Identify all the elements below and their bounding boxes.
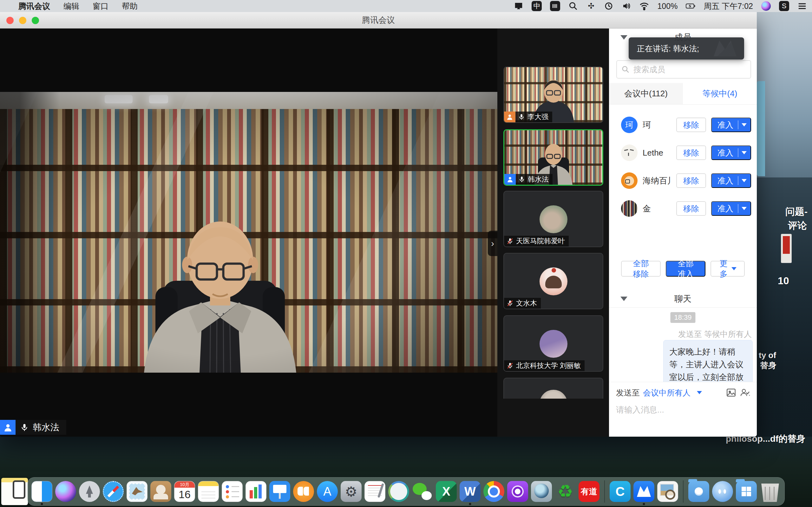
screen-mirroring-icon[interactable] <box>514 1 523 11</box>
desktop-file-label: 问题- <box>785 205 808 218</box>
dock-numbers[interactable] <box>246 481 266 502</box>
search-input[interactable] <box>633 65 741 74</box>
dock-wechat[interactable] <box>412 481 433 502</box>
dock-contacts[interactable] <box>150 481 171 502</box>
close-window-button[interactable] <box>6 17 14 24</box>
remove-button[interactable]: 移除 <box>676 173 706 188</box>
dock-books[interactable] <box>293 481 314 502</box>
dock-launchpad[interactable] <box>79 481 100 502</box>
remove-button[interactable]: 移除 <box>676 201 706 216</box>
dock-finder[interactable] <box>32 481 52 502</box>
member-name: 海纳百川 <box>643 175 671 186</box>
siri-icon[interactable] <box>761 1 771 11</box>
menu-help[interactable]: 帮助 <box>122 1 138 11</box>
video-tile-hanshuifa-active[interactable]: 韩水法 <box>503 129 603 186</box>
dock-drop-app[interactable] <box>712 481 733 502</box>
member-search[interactable] <box>616 60 751 78</box>
dock-globe-app[interactable] <box>531 481 552 502</box>
dock-appstore[interactable]: A <box>317 481 338 502</box>
menu-window[interactable]: 窗口 <box>93 1 108 11</box>
window-titlebar[interactable]: 腾讯会议 <box>0 12 757 29</box>
battery-icon[interactable] <box>686 1 695 11</box>
wifi-icon[interactable] <box>640 1 649 11</box>
admit-button[interactable]: 准入 <box>711 118 751 132</box>
dock-preview[interactable] <box>657 481 678 502</box>
send-target-dropdown-icon[interactable] <box>697 391 702 394</box>
admit-dropdown-icon[interactable] <box>742 207 747 210</box>
video-tile-hanaiye[interactable]: 天医马院韩爱叶 <box>503 191 603 247</box>
zoom-window-button[interactable] <box>32 17 39 24</box>
tab-in-meeting[interactable]: 会议中(112) <box>609 83 683 104</box>
admit-dropdown-icon[interactable] <box>742 151 747 154</box>
dock-chrome[interactable] <box>484 481 504 502</box>
dock-podcasts[interactable] <box>507 481 528 502</box>
dock-sync-app[interactable]: ♻ <box>555 481 576 502</box>
collapse-strip-button[interactable]: › <box>488 231 497 256</box>
dock-trash[interactable] <box>760 481 780 502</box>
volume-icon[interactable] <box>622 1 631 11</box>
member-permission-icon[interactable] <box>740 387 751 398</box>
admit-button[interactable]: 准入 <box>711 173 751 188</box>
dock-anyconnect[interactable] <box>388 481 409 502</box>
video-tile-wenshuimu[interactable]: 文水木 <box>503 253 603 309</box>
admit-button[interactable]: 准入 <box>711 201 751 216</box>
more-dropdown-icon <box>731 267 737 270</box>
dictation-icon[interactable] <box>550 1 560 11</box>
send-image-icon[interactable] <box>726 387 737 398</box>
chat-sent-to: 发送至 等候中所有人 <box>678 329 752 339</box>
dock-windows-folder[interactable] <box>736 481 757 502</box>
collapse-members-icon[interactable] <box>620 35 627 40</box>
bluetooth-icon[interactable]: ✣ <box>586 1 596 11</box>
admit-all-button[interactable]: 全部准入 <box>666 261 705 277</box>
notification-center-icon[interactable] <box>798 1 807 11</box>
video-thumbnail-strip: 李大强 <box>497 29 609 437</box>
remove-button[interactable]: 移除 <box>676 118 706 132</box>
dock-downloads-folder[interactable] <box>688 481 709 502</box>
menu-edit[interactable]: 编辑 <box>63 1 79 11</box>
admit-button[interactable]: 准入 <box>711 146 751 160</box>
avatar <box>621 145 638 161</box>
avatar <box>621 200 638 217</box>
dock-textedit[interactable] <box>364 481 386 502</box>
desktop-note-icon[interactable] <box>1 478 28 505</box>
video-tile-partial[interactable] <box>503 378 603 399</box>
more-button[interactable]: 更多 <box>711 261 745 277</box>
video-tile-lidaqiang[interactable]: 李大强 <box>503 66 603 123</box>
time-machine-icon[interactable] <box>604 1 613 11</box>
remove-all-button[interactable]: 全部移除 <box>621 261 661 277</box>
tile-name: 天医马院韩爱叶 <box>516 236 565 246</box>
video-tile-liulimin[interactable]: 北京科技大学 刘丽敏 <box>503 315 603 372</box>
avatar <box>540 268 567 295</box>
meeting-window: 腾讯会议 <box>0 12 757 437</box>
dock-system-preferences[interactable]: ⚙ <box>341 481 362 502</box>
dock-safari[interactable] <box>103 481 124 502</box>
avatar <box>540 390 567 399</box>
menubar-clock[interactable]: 周五 下午7:02 <box>704 1 753 11</box>
admit-dropdown-icon[interactable] <box>742 179 747 182</box>
tab-waiting[interactable]: 等候中(4) <box>683 83 757 104</box>
dock-calendar[interactable]: 10月16 <box>174 481 195 502</box>
dock-reminders[interactable] <box>222 481 243 502</box>
dock-keynote[interactable] <box>269 481 290 502</box>
spotlight-icon[interactable] <box>568 1 578 11</box>
s-app-icon[interactable]: S <box>779 1 789 11</box>
dock-separator <box>604 481 605 503</box>
dock-youdao[interactable]: 有道 <box>578 481 600 502</box>
dock-excel[interactable]: X <box>436 481 457 502</box>
remove-button[interactable]: 移除 <box>676 146 706 160</box>
dock-siri[interactable] <box>55 481 76 502</box>
minimize-window-button[interactable] <box>19 17 26 24</box>
dock-cajviewer[interactable]: C <box>610 481 630 502</box>
dock-tencent-meeting[interactable] <box>633 481 654 502</box>
admit-dropdown-icon[interactable] <box>742 123 747 126</box>
main-video-pane[interactable]: 韩水法 › <box>0 29 497 437</box>
dock-notes[interactable] <box>198 481 219 502</box>
input-source-icon[interactable]: 中 <box>531 1 542 11</box>
send-to-target[interactable]: 会议中所有人 <box>643 388 691 398</box>
desktop-document-icon[interactable] <box>781 234 792 263</box>
dock-mail[interactable] <box>126 481 148 502</box>
chat-input[interactable] <box>616 404 749 424</box>
collapse-chat-icon[interactable] <box>620 297 627 301</box>
menu-app-name[interactable]: 腾讯会议 <box>18 1 50 11</box>
dock-word[interactable]: W <box>460 481 480 502</box>
